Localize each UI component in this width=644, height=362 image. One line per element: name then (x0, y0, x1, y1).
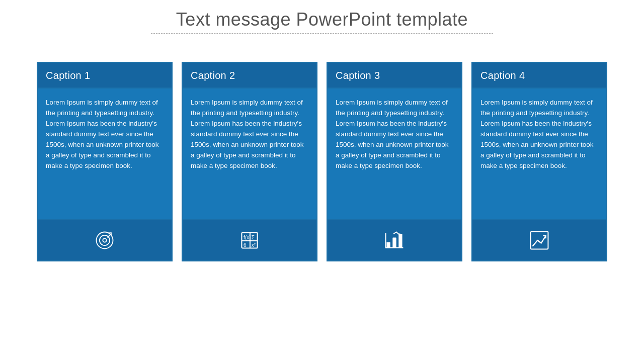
svg-rect-13 (398, 234, 402, 248)
card-3-footer (328, 219, 461, 260)
svg-line-3 (108, 234, 111, 237)
svg-rect-17 (531, 232, 548, 249)
card-3-caption: Caption 3 (328, 63, 461, 88)
page-title-area: Text message PowerPoint template (0, 0, 644, 37)
svg-text:Σ: Σ (252, 235, 255, 240)
svg-text:x²: x² (252, 242, 256, 248)
cards-container: Caption 1 Lorem Ipsum is simply dummy te… (7, 62, 637, 261)
card-2-caption: Caption 2 (183, 63, 316, 88)
card-3-icon (383, 229, 406, 251)
svg-rect-11 (386, 242, 390, 248)
card-4-footer (472, 219, 606, 260)
card-1-caption: Caption 1 (38, 63, 172, 88)
card-4-body: Lorem Ipsum is simply dummy text of the … (472, 88, 606, 219)
card-2-body: Lorem Ipsum is simply dummy text of the … (183, 88, 316, 219)
card-1-footer (38, 219, 172, 260)
svg-rect-12 (392, 238, 396, 248)
card-2-footer: f(x) Σ 6 x² (183, 219, 316, 260)
card-3-body: Lorem Ipsum is simply dummy text of the … (328, 88, 461, 219)
page-title: Text message PowerPoint template (0, 9, 644, 30)
svg-point-2 (103, 238, 106, 242)
card-1-icon (94, 229, 116, 251)
svg-text:f(x): f(x) (244, 235, 251, 240)
title-divider (151, 33, 493, 34)
card-2: Caption 2 Lorem Ipsum is simply dummy te… (182, 62, 317, 261)
card-4-caption: Caption 4 (472, 63, 606, 88)
card-1: Caption 1 Lorem Ipsum is simply dummy te… (37, 62, 173, 261)
card-2-icon: f(x) Σ 6 x² (238, 229, 261, 251)
card-1-body: Lorem Ipsum is simply dummy text of the … (38, 88, 172, 219)
card-4: Caption 4 Lorem Ipsum is simply dummy te… (471, 62, 607, 261)
svg-text:6: 6 (244, 242, 247, 248)
card-4-icon (528, 229, 550, 251)
card-3: Caption 3 Lorem Ipsum is simply dummy te… (327, 62, 462, 261)
